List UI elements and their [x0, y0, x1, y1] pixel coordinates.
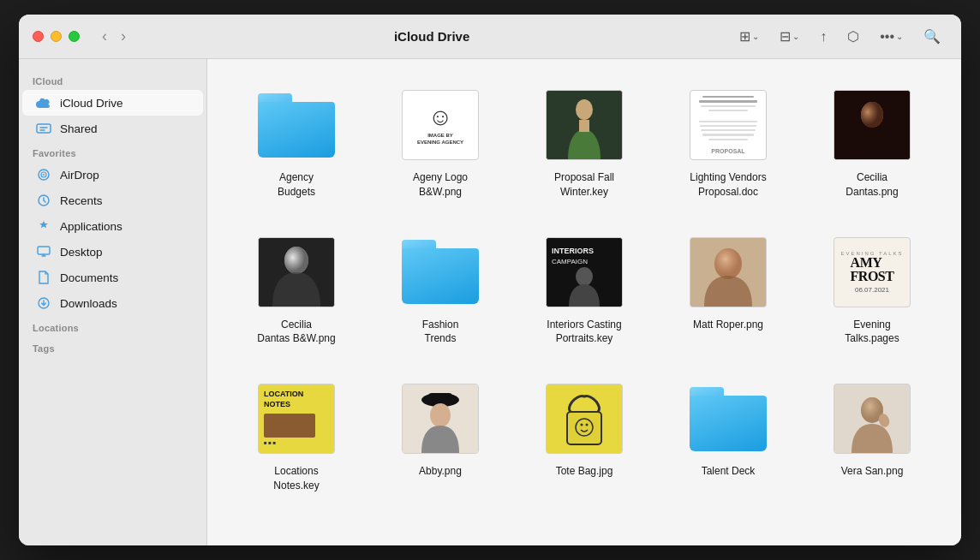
location-notes-title: LOCATIONNOTES: [264, 390, 303, 409]
doc-line: [702, 96, 755, 98]
traffic-lights: [33, 31, 80, 42]
file-item-agency-budgets[interactable]: AgencyBudgets: [231, 80, 362, 206]
more-chevron-icon: ⌄: [896, 32, 903, 41]
sidebar-item-label: Applications: [60, 220, 122, 233]
image-thumb: ☺ IMAGE BYEVENING AGENCY: [402, 90, 479, 160]
file-thumb: [537, 86, 631, 164]
file-label: AgencyBudgets: [278, 170, 315, 200]
svg-point-13: [861, 102, 883, 128]
svg-point-32: [586, 424, 589, 426]
minimize-button[interactable]: [51, 31, 62, 42]
file-item-interiors[interactable]: INTERIORS CAMPAIGN Interiors CastingPort…: [519, 227, 649, 354]
search-button[interactable]: 🔍: [917, 25, 947, 48]
image-thumb: [690, 237, 767, 307]
file-thumb: [681, 234, 775, 311]
sidebar-section-icloud-label: iCloud: [19, 69, 206, 90]
file-label: EveningTalks.pages: [845, 318, 899, 347]
file-thumb: [537, 380, 631, 457]
forward-button[interactable]: ›: [116, 26, 131, 47]
svg-point-31: [581, 424, 583, 426]
sidebar-item-applications[interactable]: Applications: [22, 213, 203, 239]
sidebar-section-tags-label: Tags: [19, 337, 206, 357]
svg-rect-9: [579, 120, 589, 132]
file-item-tote-bag[interactable]: Tote Bag.jpg: [519, 373, 649, 500]
titlebar: ‹ › iCloud Drive ⊞ ⌄ ⊟ ⌄ ↑ ⬡ ••• ⌄: [19, 15, 961, 59]
sidebar-item-label: Desktop: [60, 246, 103, 259]
file-item-location-notes[interactable]: LOCATIONNOTES ■ ■ ■ LocationsNotes.key: [231, 373, 362, 500]
file-label: CeciliaDantas B&W.png: [257, 318, 335, 347]
file-thumb: [393, 380, 487, 457]
file-item-vera-san[interactable]: Vera San.png: [807, 373, 937, 500]
airdrop-icon: [36, 167, 51, 182]
window-title: iCloud Drive: [141, 29, 722, 44]
file-label: Proposal FallWinter.key: [554, 170, 614, 200]
applications-icon: [36, 218, 51, 234]
file-item-agency-logo[interactable]: ☺ IMAGE BYEVENING AGENCY Ageny LogoB&W.p…: [375, 80, 505, 206]
file-item-matt-roper[interactable]: Matt Roper.png: [663, 227, 793, 354]
svg-point-23: [714, 248, 742, 279]
evening-talks-name: AMYFROST: [851, 256, 894, 283]
folder-icon: [258, 93, 335, 158]
file-label: Ageny LogoB&W.png: [413, 170, 468, 200]
svg-text:INTERIORS: INTERIORS: [552, 247, 594, 255]
sidebar-item-label: AirDrop: [60, 169, 99, 182]
sidebar-section-locations-label: Locations: [19, 316, 206, 337]
file-item-fashion-trends[interactable]: FashionTrends: [375, 227, 505, 354]
file-item-abby[interactable]: Abby.png: [375, 373, 505, 500]
file-label: Tote Bag.jpg: [556, 464, 613, 479]
doc-line: [700, 125, 757, 127]
view-columns-button[interactable]: ⊟ ⌄: [773, 25, 806, 48]
file-thumb: [825, 380, 919, 457]
sidebar-item-shared[interactable]: Shared: [22, 116, 203, 141]
file-item-talent-deck[interactable]: Talent Deck: [663, 373, 793, 500]
view-grid-button[interactable]: ⊞ ⌄: [732, 25, 766, 48]
file-item-cecilia-bw[interactable]: CeciliaDantas B&W.png: [231, 227, 362, 354]
image-thumb: [258, 237, 335, 307]
file-thumb: [681, 380, 775, 457]
icloud-drive-icon: [36, 95, 51, 110]
sidebar-item-label: Downloads: [60, 297, 117, 310]
file-thumb: [393, 234, 487, 311]
file-item-cecilia-dantas[interactable]: CeciliaDantas.png: [807, 80, 937, 206]
sidebar-item-label: Documents: [60, 271, 118, 284]
search-icon: 🔍: [923, 28, 941, 45]
file-label: Abby.png: [419, 464, 462, 479]
fullscreen-button[interactable]: [69, 31, 80, 42]
image-thumb: [834, 384, 911, 454]
svg-rect-26: [428, 393, 452, 405]
finder-window: ‹ › iCloud Drive ⊞ ⌄ ⊟ ⌄ ↑ ⬡ ••• ⌄: [19, 15, 961, 545]
sidebar-item-airdrop[interactable]: AirDrop: [22, 162, 203, 188]
location-notes-image: [264, 414, 315, 438]
share-button[interactable]: ↑: [813, 26, 834, 48]
grid-icon: ⊞: [739, 28, 750, 45]
shared-icon: [36, 121, 51, 136]
file-item-evening-talks[interactable]: EVENING TALKS AMYFROST 06.07.2021 Evenin…: [807, 227, 937, 354]
file-label: CeciliaDantas.png: [846, 170, 898, 200]
sidebar-item-documents[interactable]: Documents: [22, 265, 203, 290]
doc-line: [702, 134, 755, 135]
folder-body: [690, 396, 767, 451]
image-thumb: [834, 90, 911, 160]
back-button[interactable]: ‹: [97, 26, 112, 47]
sidebar-item-icloud-drive[interactable]: iCloud Drive: [22, 90, 203, 116]
file-item-proposal-fw[interactable]: Proposal FallWinter.key: [519, 80, 649, 206]
downloads-icon: [36, 295, 51, 311]
sidebar-section-favorites-label: Favorites: [19, 141, 206, 162]
sidebar-item-desktop[interactable]: Desktop: [22, 239, 203, 265]
proposal-label: PROPOSAL: [711, 148, 744, 154]
close-button[interactable]: [33, 31, 44, 42]
image-thumb: LOCATIONNOTES ■ ■ ■: [258, 384, 335, 454]
file-thumb: PROPOSAL: [681, 86, 775, 164]
svg-rect-5: [38, 247, 50, 254]
more-button[interactable]: ••• ⌄: [873, 26, 910, 48]
file-item-lighting-vendors[interactable]: PROPOSAL Lighting VendorsProposal.doc: [663, 80, 793, 206]
svg-point-16: [284, 247, 308, 274]
tag-button[interactable]: ⬡: [840, 25, 866, 48]
doc-line: [708, 139, 748, 140]
folder-icon: [690, 387, 767, 451]
sidebar-item-downloads[interactable]: Downloads: [22, 290, 203, 316]
file-thumb: INTERIORS CAMPAIGN: [537, 234, 631, 311]
sidebar-item-recents[interactable]: Recents: [22, 188, 203, 213]
folder-body: [258, 102, 335, 158]
file-label: Lighting VendorsProposal.doc: [690, 170, 766, 200]
